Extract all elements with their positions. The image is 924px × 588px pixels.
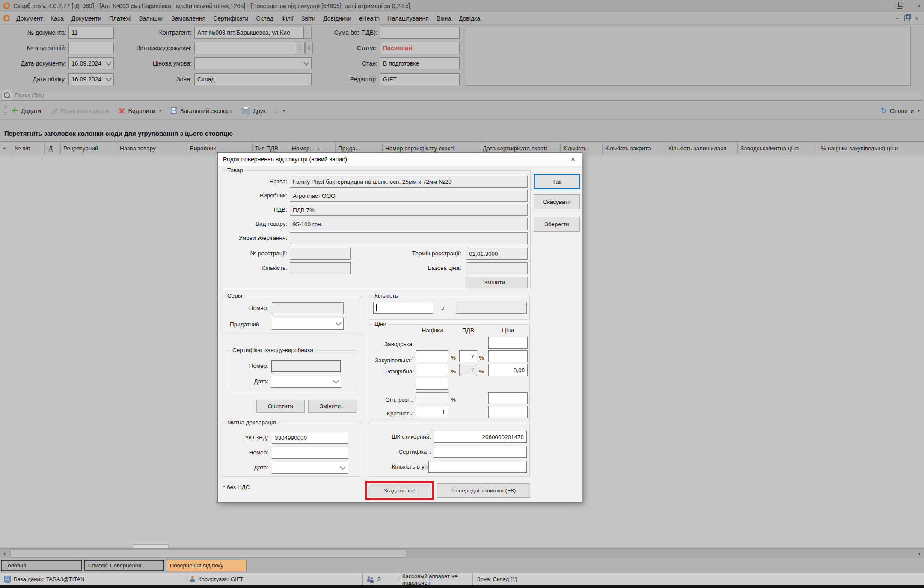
consignee-field[interactable] xyxy=(194,42,297,54)
mdi-restore-button[interactable] xyxy=(904,15,910,21)
menu-zvity[interactable]: Звіти xyxy=(297,13,319,24)
doc-number-field[interactable]: 11 xyxy=(68,27,114,39)
restore-button[interactable] xyxy=(897,3,902,9)
tab-spysok-povernennia[interactable]: Список: Повернення ... xyxy=(84,560,164,571)
search-input[interactable] xyxy=(12,92,922,98)
cancel-button[interactable]: Скасувати xyxy=(534,194,580,209)
menu-filii[interactable]: Філії xyxy=(277,13,297,24)
purchase-price-input[interactable] xyxy=(488,350,528,362)
menu-nalashtuvannia[interactable]: Налаштування xyxy=(383,13,433,24)
retail-price-input[interactable]: 0,00 xyxy=(488,364,528,376)
zone-field[interactable]: Склад xyxy=(194,73,312,85)
menu-dovidka[interactable]: Довідка xyxy=(455,13,484,24)
cert-change-button[interactable]: Змінити... xyxy=(308,400,357,413)
wholesale-price-input[interactable] xyxy=(488,392,528,404)
menu-dovidnyky[interactable]: Довідники xyxy=(319,13,355,24)
menu-kasa[interactable]: Каса xyxy=(47,13,68,24)
reg-number-field[interactable] xyxy=(290,248,351,260)
search-box[interactable] xyxy=(2,90,922,101)
cert-date-select[interactable] xyxy=(271,376,341,388)
price-condition-select[interactable] xyxy=(194,57,312,69)
menu-dokumenty[interactable]: Документи xyxy=(68,13,105,24)
tab-povernennia-vid-pokuptsia[interactable]: Повернення від поку ... xyxy=(166,560,247,571)
add-button[interactable]: Додати xyxy=(12,107,41,114)
product-change-button[interactable]: Змінити... xyxy=(466,277,528,288)
horizontal-scrollbar[interactable]: ‹ › xyxy=(0,548,924,558)
percent-sign: % xyxy=(451,352,456,364)
doc-date-field[interactable]: 16.09.2024 xyxy=(68,57,114,69)
previous-stock-button[interactable]: Попередні залишки (F8) xyxy=(437,483,530,498)
grid-hscroll-fragment[interactable] xyxy=(133,544,169,548)
menu-sklad[interactable]: Склад xyxy=(252,13,277,24)
delete-button[interactable]: Видалити ▾ xyxy=(119,107,161,114)
column-header-npp[interactable]: № п/п xyxy=(12,142,45,155)
column-header-natsinky[interactable]: % націнки закупівельної ціни xyxy=(818,142,924,155)
qty-per-pack-input[interactable] xyxy=(428,461,527,473)
refresh-button[interactable]: ↻ Оновити ▾ xyxy=(881,107,920,114)
column-header-recepturnyi[interactable]: Рецептурний xyxy=(61,142,117,155)
menu-zamovlennia[interactable]: Замовлення xyxy=(167,13,209,24)
sum-no-vat-field[interactable] xyxy=(380,27,460,39)
series-valid-select[interactable] xyxy=(272,318,344,330)
multiplicity-input[interactable]: 1 xyxy=(416,406,448,418)
mdi-close-button[interactable]: × xyxy=(915,15,919,22)
dialog-title-bar[interactable]: Рядок повернення від покупця (новий запи… xyxy=(218,153,582,166)
ok-button[interactable]: Так xyxy=(534,174,580,189)
menu-zalyshky[interactable]: Залишки xyxy=(135,13,167,24)
recall-all-button[interactable]: Згадати все xyxy=(368,484,431,497)
vat-field[interactable]: ПДВ 7% xyxy=(290,204,528,216)
contractor-field[interactable]: Апт №003 пгт.Барышевка, ул.Кие xyxy=(194,27,304,39)
dialog-close-icon[interactable]: × xyxy=(569,155,577,164)
product-name-field[interactable]: Family Plast бактерицидни на шолк. осн. … xyxy=(290,176,528,188)
customs-date-select[interactable] xyxy=(272,462,348,474)
mdi-minimize-button[interactable]: − xyxy=(896,15,899,22)
column-header-id[interactable]: ІД xyxy=(45,142,61,155)
reg-term-field[interactable]: 01.01.3000 xyxy=(466,248,528,260)
purchase-vat-input[interactable]: 7 xyxy=(459,350,477,362)
minimize-button[interactable]: − xyxy=(878,2,882,9)
quantity-input[interactable] xyxy=(373,302,433,314)
quantity-total-field[interactable] xyxy=(456,302,527,314)
menu-ehealth[interactable]: eHealth xyxy=(355,13,383,24)
scrollbar-thumb[interactable] xyxy=(10,549,406,558)
sticker-code-input[interactable]: 2060000201478 xyxy=(434,431,527,443)
save-button[interactable]: Зберегти xyxy=(534,217,580,232)
menu-sertyfikaty[interactable]: Сертифікати xyxy=(209,13,252,24)
acc-date-field[interactable]: 16.09.2024 xyxy=(68,73,114,85)
product-kind-field[interactable]: 95-100 грн. xyxy=(290,218,528,230)
uktzed-input[interactable]: 3304990000 xyxy=(272,432,348,444)
export-button[interactable]: Загальний експорт xyxy=(171,107,232,114)
factory-price-input[interactable] xyxy=(488,337,528,349)
layout-menu-button[interactable]: ≡ ▾ xyxy=(275,107,285,114)
base-price-field[interactable] xyxy=(466,262,528,274)
column-header-kilkist-zalyshylasia[interactable]: Кількість залишилася xyxy=(666,142,738,155)
menu-dokument[interactable]: Документ xyxy=(12,13,47,24)
scroll-left-icon[interactable]: ‹ xyxy=(0,549,9,558)
storage-conditions-field[interactable] xyxy=(290,232,528,244)
sticker-cert-input[interactable] xyxy=(434,446,527,458)
cert-number-field[interactable] xyxy=(271,360,341,372)
toolbar-grip-handle[interactable] xyxy=(4,105,6,116)
wholesale-markup-input[interactable] xyxy=(416,392,448,404)
column-header-nazva-tovaru[interactable]: Назва товару xyxy=(117,142,187,155)
close-button[interactable]: × xyxy=(917,2,921,9)
purchase-markup-input[interactable] xyxy=(416,350,448,362)
scroll-right-icon[interactable]: › xyxy=(915,549,924,558)
manufacturer-field[interactable]: Агропласт ООО xyxy=(290,190,528,202)
extra-markup-input[interactable] xyxy=(416,378,448,390)
series-number-field[interactable] xyxy=(272,302,344,314)
internal-number-field[interactable] xyxy=(68,42,114,54)
retail-markup-input[interactable] xyxy=(416,364,448,376)
menu-vikna[interactable]: Вікна xyxy=(433,13,455,24)
menu-platezhi[interactable]: Платежі xyxy=(105,13,135,24)
customs-number-input[interactable] xyxy=(272,447,348,459)
column-header-zavodska-mytna[interactable]: Заводська/митна ціна xyxy=(738,142,818,155)
row-selector-icon[interactable]: ≡ xyxy=(0,142,12,155)
edit-row-button[interactable]: Редагувати рядок xyxy=(51,107,109,114)
column-header-kilkist-zakryto[interactable]: Кількість закрито xyxy=(603,142,666,155)
clear-button[interactable]: Очистити xyxy=(256,400,305,413)
tab-holovna[interactable]: Головна xyxy=(1,560,82,571)
multiplicity-price-input[interactable] xyxy=(488,406,528,418)
print-button[interactable]: Друк xyxy=(242,107,266,114)
product-qty-field[interactable] xyxy=(290,262,351,274)
